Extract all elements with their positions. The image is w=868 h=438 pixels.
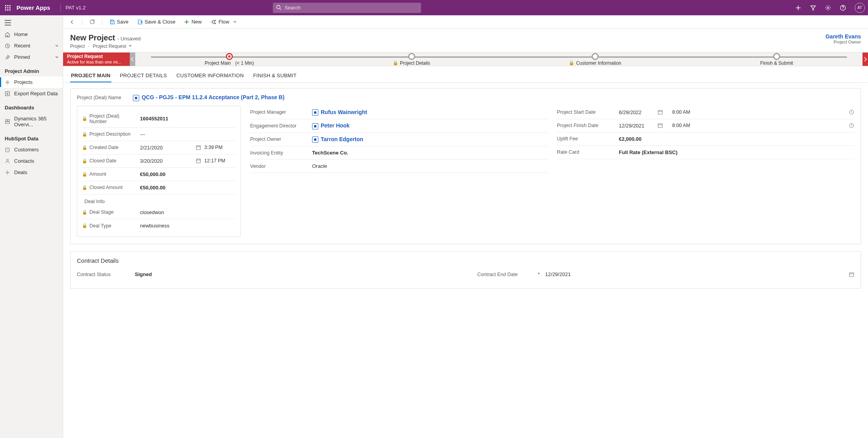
nav-pinned[interactable]: Pinned — [0, 51, 63, 63]
entity-icon — [312, 109, 318, 116]
avatar[interactable]: AT — [855, 3, 865, 13]
created-date[interactable]: 2/21/2020 — [140, 145, 192, 151]
people-col: Project Manager Rufus Wainwright Engagem… — [250, 106, 548, 173]
save-button[interactable]: Save — [106, 17, 132, 26]
gear-icon[interactable] — [825, 5, 831, 11]
bpf-stage-4[interactable]: Finish & Submit — [760, 53, 793, 66]
nav-customers[interactable]: Customers — [0, 144, 63, 155]
finish-date[interactable]: 12/29/2021 — [619, 123, 654, 129]
brand: Power Apps — [16, 4, 50, 11]
calendar-icon[interactable] — [196, 145, 201, 150]
deal-number-value[interactable]: 1604552011 — [140, 116, 236, 122]
nav-section-dash: Dashboards — [0, 99, 63, 113]
nav-home[interactable]: Home — [0, 29, 63, 40]
flow-button[interactable]: Flow — [207, 17, 240, 26]
tab-customer-info[interactable]: CUSTOMER INFORMATION — [176, 70, 245, 82]
crumb-sep: · — [88, 44, 89, 49]
deal-info-head: Deal Info — [82, 194, 236, 206]
clock-icon[interactable] — [849, 123, 854, 128]
start-time[interactable]: 8:00 AM — [672, 109, 846, 115]
svg-rect-30 — [850, 273, 854, 276]
uplift-value[interactable]: €2,000.00 — [619, 136, 855, 142]
amount-value[interactable]: €50,000.00 — [140, 171, 236, 177]
nav-dyn365[interactable]: Dynamics 365 Overvi... — [0, 113, 63, 130]
pm-value[interactable]: Rufus Wainwright — [312, 109, 548, 116]
deal-type-value[interactable]: newbusiness — [140, 223, 236, 229]
header-left: New Project- Unsaved Project · Project R… — [70, 33, 141, 49]
calendar-icon[interactable] — [196, 158, 201, 164]
nav-contacts[interactable]: Contacts — [0, 155, 63, 167]
created-time[interactable]: 3:39 PM — [204, 145, 236, 150]
hamburger-icon[interactable] — [0, 17, 63, 29]
contract-status-value[interactable]: Signed — [135, 271, 454, 277]
calendar-icon[interactable] — [657, 109, 663, 115]
nav-deals[interactable]: Deals — [0, 167, 63, 178]
tab-finish-submit[interactable]: FINISH & SUBMIT — [252, 70, 298, 82]
app-launcher-icon[interactable] — [3, 3, 13, 13]
topbar-right: AT — [795, 3, 865, 13]
save-close-button[interactable]: Save & Close — [134, 17, 179, 26]
inv-value[interactable]: TechScene Co. — [312, 150, 548, 156]
deal-box: 🔒Project (Deal) Number 1604552011 🔒Proje… — [77, 106, 241, 237]
filter-icon[interactable] — [810, 5, 816, 11]
nav-recent[interactable]: Recent — [0, 40, 63, 51]
bpf-stage-2[interactable]: 🔒Project Details — [393, 53, 430, 66]
pm-label: Project Manager — [250, 109, 309, 115]
entity-icon — [133, 95, 139, 101]
popout-button[interactable] — [86, 18, 98, 26]
tab-project-details[interactable]: PROJECT DETAILS — [119, 70, 168, 82]
bpf-prev-arrow[interactable] — [130, 53, 135, 66]
add-icon[interactable] — [795, 5, 801, 11]
finish-time[interactable]: 8:00 AM — [672, 123, 846, 128]
clock-icon — [5, 43, 10, 49]
closed-time[interactable]: 12:17 PM — [204, 158, 236, 164]
bpf-active-flag[interactable]: Project Request Active for less than one… — [63, 53, 130, 66]
gear-small-icon — [5, 170, 10, 175]
owner-name[interactable]: Gareth Evans — [826, 33, 861, 40]
svg-point-9 — [276, 5, 280, 9]
po-value[interactable]: Tarron Edgerton — [312, 136, 548, 143]
start-date[interactable]: 6/29/2022 — [619, 109, 654, 115]
nav-dyn365-label: Dynamics 365 Overvi... — [14, 116, 59, 127]
deal-stage-value[interactable]: closedwon — [140, 209, 236, 215]
clock-icon[interactable] — [849, 109, 854, 115]
nav-projects[interactable]: Projects — [0, 76, 63, 88]
rate-value[interactable]: Full Rate (External BSC) — [619, 149, 855, 155]
svg-point-11 — [827, 7, 829, 8]
stage-dot — [773, 53, 780, 60]
stage-dot — [592, 53, 599, 60]
calendar-icon[interactable] — [657, 123, 663, 128]
flow-label: Flow — [218, 19, 229, 25]
svg-rect-4 — [7, 7, 9, 8]
desc-value[interactable]: --- — [140, 131, 236, 137]
deal-type-label: Deal Type — [89, 223, 111, 229]
closed-date[interactable]: 3/20/2020 — [140, 158, 192, 164]
new-button[interactable]: New — [181, 17, 205, 26]
svg-rect-18 — [8, 120, 9, 121]
chevron-down-icon — [55, 55, 59, 59]
bpf-stage-3[interactable]: 🔒Customer Information — [569, 53, 621, 66]
bpf-stage-1[interactable]: Project Main (< 1 Min) — [205, 53, 254, 66]
contract-panel: Contract Details Contract Status Signed … — [70, 251, 861, 289]
vendor-value[interactable]: Oracle — [312, 163, 548, 169]
help-icon[interactable] — [840, 5, 846, 11]
calendar-icon[interactable] — [849, 272, 854, 277]
ed-value[interactable]: Peter Hook — [312, 122, 548, 129]
contract-end-value[interactable]: 12/29/2021 — [545, 271, 846, 277]
crumb-2[interactable]: Project Request — [93, 44, 126, 49]
svg-rect-20 — [6, 148, 9, 152]
row-po: Project Owner Tarron Edgerton — [250, 133, 548, 147]
deal-name-value[interactable]: QCG - PGJS - EPM 11.2.4 Acceptance (Part… — [133, 94, 284, 101]
tab-project-main[interactable]: PROJECT MAIN — [70, 70, 111, 82]
svg-point-22 — [7, 172, 8, 173]
back-button[interactable] — [66, 18, 78, 26]
nav-export[interactable]: Export Report Data — [0, 88, 63, 99]
divider — [82, 18, 82, 25]
closed-amount-value[interactable]: €50,000.00 — [140, 185, 236, 191]
bpf-next-arrow[interactable] — [863, 53, 868, 66]
svg-rect-2 — [9, 5, 11, 6]
search-input[interactable] — [273, 3, 421, 13]
bpf-flag-sub: Active for less than one mi... — [67, 60, 126, 65]
stage-2-label: Project Details — [400, 60, 430, 66]
crumb-1[interactable]: Project — [70, 44, 85, 49]
